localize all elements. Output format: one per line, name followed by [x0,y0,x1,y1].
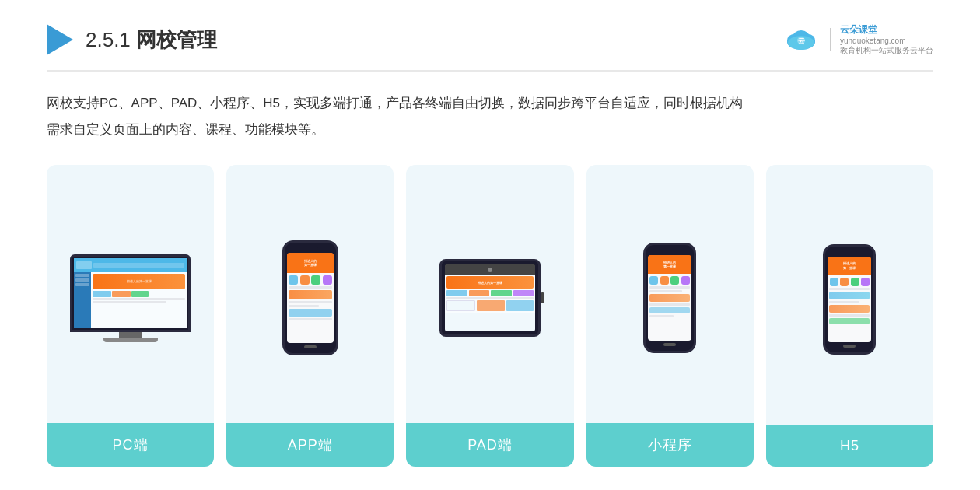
page-container: 2.5.1 网校管理 云 云朵课堂 y [0,0,980,490]
pc-label: PC端 [47,423,214,467]
tablet-mockup: 招进人的第一堂课 [439,259,541,337]
svg-text:云: 云 [798,37,805,45]
pc-screen: 招进人的第一堂课 [70,254,191,332]
cloud-icon: 云 [782,25,821,54]
card-app: 招进人的第一堂课 [226,165,394,467]
app-preview: 招进人的第一堂课 [226,165,394,423]
miniprogram-label: 小程序 [586,423,754,467]
description-text: 网校支持PC、APP、PAD、小程序、H5，实现多端打通，产品各终端自由切换，数… [47,90,933,143]
card-h5: 招进人的第一堂课 [766,165,933,467]
pc-mockup: 招进人的第一堂课 [68,254,193,342]
phone-mockup-mini: 招进人的第一堂课 [643,243,696,353]
pc-preview: 招进人的第一堂课 [47,165,214,423]
card-pc: 招进人的第一堂课 [47,165,214,467]
pad-label: PAD端 [406,423,573,467]
brand-logo: 云 云朵课堂 yunduoketang.com 教育机构一站式服务云平台 [782,23,933,56]
h5-label: H5 [766,425,933,467]
card-miniprogram: 招进人的第一堂课 [586,165,754,467]
h5-preview: 招进人的第一堂课 [766,165,933,425]
pad-preview: 招进人的第一堂课 [406,165,573,423]
miniprogram-preview: 招进人的第一堂课 [586,165,754,423]
card-pad: 招进人的第一堂课 [406,165,573,467]
app-label: APP端 [226,423,394,467]
phone-mockup-h5: 招进人的第一堂课 [823,244,876,355]
page-title: 2.5.1 网校管理 [86,26,217,54]
logo-arrow-icon [47,24,73,55]
logo-text: 云朵课堂 yunduoketang.com 教育机构一站式服务云平台 [840,23,933,56]
logo-divider [830,28,831,51]
device-cards-row: 招进人的第一堂课 [47,165,933,467]
header: 2.5.1 网校管理 云 云朵课堂 y [47,23,933,72]
phone-mockup-app: 招进人的第一堂课 [282,240,338,355]
header-left: 2.5.1 网校管理 [47,24,217,55]
